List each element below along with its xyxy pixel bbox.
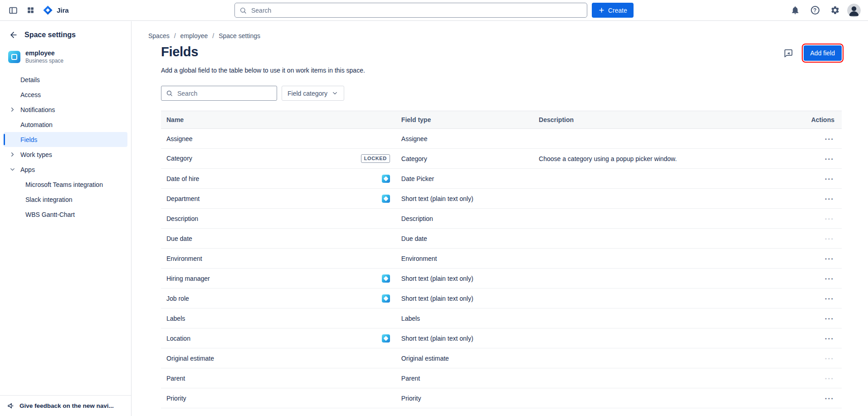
sidebar-item-automation[interactable]: Automation bbox=[4, 117, 127, 132]
space-type: Business space bbox=[25, 58, 63, 64]
feedback-button[interactable] bbox=[781, 45, 796, 61]
sidebar-header: Space settings bbox=[0, 21, 131, 45]
sidebar-item-label: WBS Gantt-Chart bbox=[25, 211, 75, 218]
sidebar-item-notifications[interactable]: Notifications bbox=[4, 102, 127, 117]
chevron-icon bbox=[9, 166, 16, 173]
bell-icon bbox=[790, 5, 800, 15]
field-name: Date of hire bbox=[166, 175, 199, 182]
row-actions-button[interactable] bbox=[824, 254, 834, 263]
field-type: Priority bbox=[401, 395, 539, 402]
field-name: Labels bbox=[166, 315, 185, 322]
sidebar-item-label: Access bbox=[20, 91, 41, 98]
row-actions-button[interactable] bbox=[824, 334, 834, 343]
row-actions-button[interactable] bbox=[824, 134, 834, 143]
fields-search-box[interactable] bbox=[161, 86, 277, 101]
global-search-input[interactable] bbox=[250, 6, 582, 15]
sidebar-item-apps[interactable]: Apps bbox=[4, 162, 127, 177]
breadcrumb-separator: / bbox=[174, 32, 176, 39]
row-actions-button[interactable] bbox=[824, 174, 834, 183]
custom-field-icon bbox=[382, 334, 390, 343]
field-category-dropdown[interactable]: Field category bbox=[282, 86, 344, 101]
field-category-label: Field category bbox=[288, 90, 327, 97]
field-type: Short text (plain text only) bbox=[401, 335, 539, 342]
field-type: Environment bbox=[401, 255, 539, 262]
field-name: Department bbox=[166, 195, 200, 202]
field-name: Assignee bbox=[166, 135, 193, 142]
row-actions-button[interactable] bbox=[824, 354, 834, 363]
sidebar-item-details[interactable]: Details bbox=[4, 72, 127, 87]
sidebar-item-label: Details bbox=[20, 76, 40, 83]
table-row: Parent Parent bbox=[161, 368, 842, 388]
help-button[interactable] bbox=[807, 3, 823, 18]
settings-button[interactable] bbox=[827, 3, 843, 18]
app-switcher-button[interactable] bbox=[23, 3, 38, 18]
global-search-box[interactable] bbox=[234, 3, 587, 18]
sidebar-item-label: Apps bbox=[20, 166, 35, 173]
sidebar-item-wbs-gantt-chart[interactable]: WBS Gantt-Chart bbox=[4, 207, 127, 222]
notifications-button[interactable] bbox=[787, 3, 803, 18]
sidebar-item-label: Slack integration bbox=[25, 196, 73, 203]
table-row: Environment Environment bbox=[161, 249, 842, 269]
field-type: Short text (plain text only) bbox=[401, 275, 539, 282]
row-actions-button[interactable] bbox=[824, 414, 834, 416]
gear-icon bbox=[830, 5, 840, 15]
avatar-person-icon bbox=[847, 4, 861, 17]
topbar-center: Create bbox=[234, 3, 634, 18]
app-switcher-icon bbox=[26, 6, 35, 15]
field-name: Job role bbox=[166, 295, 189, 302]
row-actions-button[interactable] bbox=[824, 294, 834, 303]
breadcrumb: Spaces / employee / Space settings bbox=[148, 32, 842, 39]
field-name: Priority bbox=[166, 395, 186, 402]
field-name: Reporter bbox=[166, 415, 191, 416]
user-avatar[interactable] bbox=[847, 4, 861, 17]
fields-table-body: Assignee Assignee Category LOCKED Catego… bbox=[161, 129, 842, 416]
breadcrumb-spaces[interactable]: Spaces bbox=[148, 32, 170, 39]
row-actions-button[interactable] bbox=[824, 154, 834, 163]
sidebar-toggle-button[interactable] bbox=[5, 3, 21, 18]
main-content: Spaces / employee / Space settings Field… bbox=[132, 21, 868, 416]
plus-icon bbox=[598, 7, 605, 14]
create-button[interactable]: Create bbox=[592, 3, 634, 18]
sidebar-item-fields[interactable]: Fields bbox=[4, 132, 127, 147]
create-button-label: Create bbox=[608, 7, 627, 14]
row-actions-button[interactable] bbox=[824, 274, 834, 283]
help-icon bbox=[811, 6, 819, 15]
custom-field-icon bbox=[382, 294, 390, 303]
field-name: Description bbox=[166, 215, 198, 222]
row-actions-button[interactable] bbox=[824, 394, 834, 403]
field-type: Short text (plain text only) bbox=[401, 295, 539, 302]
space-avatar-icon bbox=[8, 51, 20, 63]
back-arrow-icon bbox=[9, 30, 18, 39]
row-actions-button[interactable] bbox=[824, 234, 834, 243]
add-field-button[interactable]: Add field bbox=[804, 45, 842, 61]
feedback-footer-button[interactable]: Give feedback on the new navi... bbox=[0, 395, 131, 416]
breadcrumb-separator: / bbox=[212, 32, 214, 39]
row-actions-button[interactable] bbox=[824, 374, 834, 383]
table-row: Due date Due date bbox=[161, 229, 842, 249]
space-info[interactable]: employee Business space bbox=[0, 45, 131, 71]
breadcrumb-employee[interactable]: employee bbox=[180, 32, 208, 39]
sidebar-item-work-types[interactable]: Work types bbox=[4, 147, 127, 162]
row-actions-button[interactable] bbox=[824, 314, 834, 323]
row-actions-button[interactable] bbox=[824, 214, 834, 223]
field-name: Parent bbox=[166, 375, 185, 382]
search-icon bbox=[239, 7, 247, 14]
chevron-icon bbox=[9, 106, 16, 113]
field-type: Assignee bbox=[401, 135, 539, 142]
sidebar-item-label: Automation bbox=[20, 121, 53, 128]
fields-search-input[interactable] bbox=[176, 89, 272, 98]
sidebar-item-access[interactable]: Access bbox=[4, 87, 127, 102]
column-header-actions: Actions bbox=[804, 116, 842, 123]
table-row: Date of hire Date Picker bbox=[161, 169, 842, 189]
jira-logo[interactable]: Jira bbox=[43, 5, 69, 15]
field-name: Category bbox=[166, 155, 192, 162]
row-actions-button[interactable] bbox=[824, 194, 834, 203]
table-row: Description Description bbox=[161, 209, 842, 229]
sidebar-item-slack-integration[interactable]: Slack integration bbox=[4, 192, 127, 207]
feedback-bubble-icon bbox=[784, 49, 793, 58]
back-button[interactable] bbox=[8, 29, 19, 40]
field-type: Short text (plain text only) bbox=[401, 195, 539, 202]
field-type: Original estimate bbox=[401, 355, 539, 362]
sidebar-item-microsoft-teams-integration[interactable]: Microsoft Teams integration bbox=[4, 177, 127, 192]
app-name: Jira bbox=[57, 6, 69, 14]
